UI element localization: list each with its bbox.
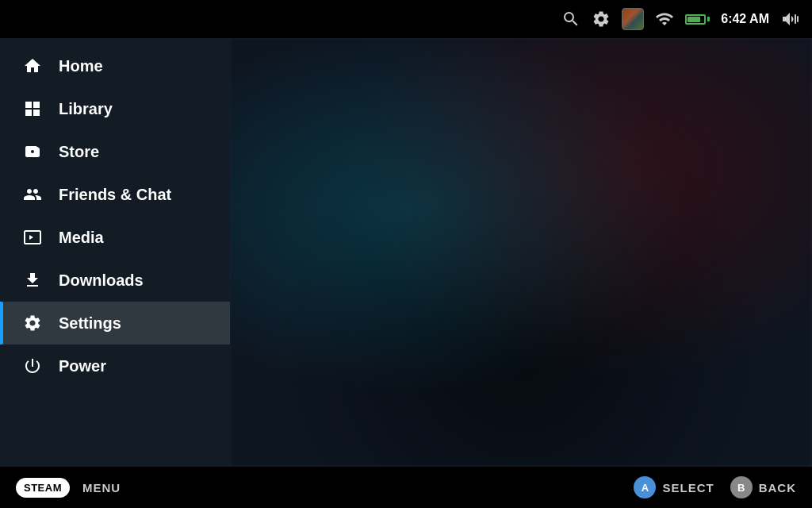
home-icon	[22, 56, 43, 76]
search-icon[interactable]	[561, 10, 580, 29]
sidebar-item-home[interactable]: Home	[0, 44, 230, 87]
sidebar: Home Library Store Friends & Chat Media …	[0, 38, 230, 467]
menu-label: MENU	[82, 481, 121, 495]
sidebar-label-home: Home	[59, 57, 103, 75]
select-label: SELECT	[662, 481, 714, 495]
sidebar-label-settings: Settings	[59, 314, 121, 333]
bottom-right-controls: A SELECT B BACK	[634, 476, 796, 498]
sidebar-label-downloads: Downloads	[59, 271, 144, 290]
media-icon	[22, 227, 43, 248]
steam-badge[interactable]: STEAM	[16, 478, 70, 498]
status-bar: 6:42 AM	[0, 0, 812, 38]
wifi-icon	[655, 10, 674, 29]
battery-icon	[685, 14, 710, 25]
back-hint: B BACK	[730, 476, 796, 498]
settings-icon[interactable]	[592, 10, 611, 29]
sound-icon	[780, 10, 799, 29]
sidebar-label-library: Library	[59, 100, 113, 118]
sidebar-item-media[interactable]: Media	[0, 216, 230, 259]
select-hint: A SELECT	[634, 476, 714, 498]
a-button[interactable]: A	[634, 476, 656, 498]
background-blur	[230, 38, 812, 467]
friends-icon	[22, 184, 43, 205]
svg-rect-1	[797, 16, 799, 22]
sidebar-item-downloads[interactable]: Downloads	[0, 259, 230, 302]
avatar[interactable]	[622, 8, 644, 30]
main-content	[230, 38, 812, 467]
status-time: 6:42 AM	[721, 12, 769, 26]
back-label: BACK	[759, 481, 796, 495]
sidebar-label-store: Store	[59, 143, 99, 161]
downloads-icon	[22, 270, 43, 291]
library-icon	[22, 98, 43, 119]
settings-nav-icon	[22, 313, 43, 333]
sidebar-item-library[interactable]: Library	[0, 87, 230, 130]
sidebar-label-friends: Friends & Chat	[59, 186, 171, 204]
store-icon	[22, 141, 43, 162]
sidebar-label-power: Power	[59, 357, 106, 375]
sidebar-label-media: Media	[59, 229, 104, 247]
b-button[interactable]: B	[730, 476, 753, 498]
svg-rect-0	[795, 14, 796, 24]
power-icon	[22, 356, 43, 376]
sidebar-item-power[interactable]: Power	[0, 344, 230, 387]
sidebar-item-settings[interactable]: Settings	[0, 302, 230, 344]
sidebar-item-store[interactable]: Store	[0, 130, 230, 173]
sidebar-item-friends[interactable]: Friends & Chat	[0, 173, 230, 216]
bottom-bar: STEAM MENU A SELECT B BACK	[0, 467, 812, 508]
